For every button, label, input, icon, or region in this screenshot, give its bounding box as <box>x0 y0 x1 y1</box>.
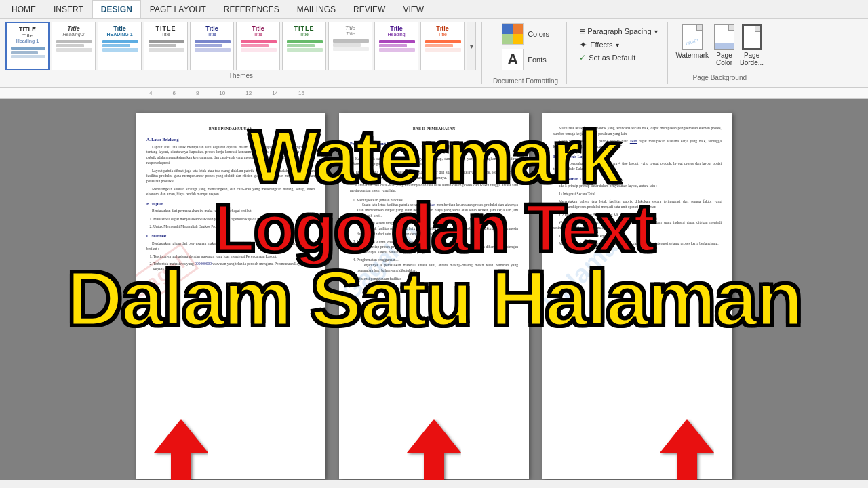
main-area: BAB I PENDAHULUAN A. Latar Belakang Layo… <box>0 99 868 480</box>
colors-swatch <box>502 23 524 45</box>
format-buttons: Colors A Fonts <box>498 22 553 72</box>
paragraph-spacing-icon: ≡ <box>579 26 585 37</box>
theme-default[interactable]: TITLE Title Heading 1 <box>5 22 50 70</box>
page-2-col1: BAB II PEMBAHASAN <box>350 126 518 137</box>
page-2-header: BAB II PEMBAHASAN <box>350 126 518 137</box>
page-1-section-c: C. Manfaat <box>146 233 315 239</box>
page-3-para-b: Setiap perusahaan dapat dibagi dalam 4 t… <box>553 161 722 171</box>
watermark-button[interactable]: DRAFT Watermark <box>676 24 709 59</box>
page-1-para1: Layout atau tata letak merupakan satu ke… <box>146 145 315 166</box>
tab-view[interactable]: VIEW <box>394 0 433 18</box>
effects-icon: ✦ <box>579 39 587 50</box>
paragraph-spacing-button[interactable]: ≡ Paragraph Spacing ▾ <box>575 24 661 38</box>
tab-references[interactable]: REFERENCES <box>215 0 288 18</box>
page-2-para3: Tata letak juga merupakan salah satu bag… <box>350 170 518 180</box>
themes-scroll-down[interactable]: ▾ <box>467 22 476 70</box>
document-formatting-label: Document Formatting <box>493 77 558 85</box>
theme-f[interactable]: TITLE Title <box>282 22 326 70</box>
colors-label: Colors <box>528 30 549 38</box>
page-3-para-12b: Waktu perpindahan bahan dari satu proses… <box>553 220 722 230</box>
page-color-button[interactable]: PageColor <box>714 24 734 66</box>
page-3: Suatu tata letak fasilitas pabrik yang t… <box>542 113 732 479</box>
ribbon-tabs: HOME INSERT DESIGN PAGE LAYOUT REFERENCE… <box>0 0 868 19</box>
watermark-icon-fold <box>696 25 702 30</box>
page-3-section-1: 1. Penyusunan Layout <box>553 176 722 182</box>
page-1-para3: Menerangkan sebuah strategi yang meneran… <box>146 187 315 197</box>
page-3-para-1: ada 5 prinsip-prinsip dasar dalam penyus… <box>553 184 722 189</box>
page-1-section-b: B. Tujuan <box>146 201 315 207</box>
page-3-para-top: Suatu tata letak fasilitas pabrik yang t… <box>553 126 722 136</box>
watermark-icon: DRAFT <box>682 24 703 50</box>
tab-page-layout[interactable]: PAGE LAYOUT <box>141 0 215 18</box>
page-1: BAB I PENDAHULUAN A. Latar Belakang Layo… <box>136 113 326 479</box>
page-borders-icon <box>742 24 762 50</box>
page-2-list: Meningkatkan jumlah produksi Suatu tata … <box>350 198 518 282</box>
ribbon-content: TITLE Title Heading 1 Title Heading 2 <box>0 19 868 87</box>
page-3-para2: Suatu tata letak fasilitas pabrik secara… <box>553 139 722 149</box>
page-borders-fold <box>755 26 760 32</box>
page-3-para-13: 1.3 Memperlancar Aliran Kerja <box>553 234 722 239</box>
page-2-para1: Meno <box>350 149 518 155</box>
colors-button[interactable]: Colors <box>498 22 553 46</box>
page-color-icon <box>714 24 734 50</box>
ribbon: HOME INSERT DESIGN PAGE LAYOUT REFERENCE… <box>0 0 868 88</box>
page-3-content: Suatu tata letak fasilitas pabrik yang t… <box>542 113 732 263</box>
themes-section: TITLE Title Heading 1 Title Heading 2 <box>5 22 482 84</box>
paragraph-spacing-dropdown[interactable]: ▾ <box>654 28 658 35</box>
paragraph-spacing-label: Paragraph Spacing <box>587 27 651 35</box>
page-3-para-11: 1) Integrasi Secara Total <box>553 192 722 197</box>
page-1-para-c: Berdasarkan tujuan dari penyusunan makal… <box>146 241 315 251</box>
page-2-para2: Karakteristik dan carai-arah yang umumny… <box>350 157 518 167</box>
page-3-para-12: 1.2 Jarak Perpindahan Bahan Paling Mi... <box>553 213 722 218</box>
tab-design[interactable]: DESIGN <box>92 0 141 18</box>
page-1-content: BAB I PENDAHULUAN A. Latar Belakang Layo… <box>136 113 326 287</box>
checkmark-icon: ✓ <box>579 53 586 62</box>
theme-a[interactable]: Title Heading 2 <box>52 22 96 70</box>
page-1-chapter: BAB I PENDAHULUAN <box>146 126 315 131</box>
page-color-fold <box>728 25 734 30</box>
page-3-para-13b: Material diusahakan bergerak terus tanpa… <box>553 241 722 247</box>
themes-gallery: TITLE Title Heading 1 Title Heading 2 <box>5 22 476 70</box>
page-2-content: BAB II PEMBAHASAN Perencanaan Layout Pra… <box>339 113 529 297</box>
theme-d[interactable]: Title Title <box>190 22 234 70</box>
page-1-list: Mahasiswa dapat menjelaskan wawasan yang… <box>146 217 315 229</box>
theme-e[interactable]: Title Title <box>236 22 280 70</box>
page-2: BAB II PEMBAHASAN Perencanaan Layout Pra… <box>339 113 529 479</box>
fonts-icon: A <box>502 49 524 70</box>
themes-section-label: Themes <box>5 72 476 79</box>
page-2-section: Perencanaan Layout Pra... <box>350 141 518 146</box>
document-formatting-section: Colors A Fonts Document Formatting <box>485 22 567 84</box>
theme-h[interactable]: Title Heading <box>374 22 418 70</box>
tab-insert[interactable]: INSERT <box>45 0 92 18</box>
effects-label: Effects <box>590 41 612 49</box>
fonts-label: Fonts <box>528 56 547 64</box>
theme-c[interactable]: TITLE Title <box>144 22 188 70</box>
tab-home[interactable]: HOME <box>3 0 45 18</box>
page-1-list-c: Terciptanya mahasiswa dengan wawasan yan… <box>146 254 315 272</box>
page-1-section-a: A. Latar Belakang <box>146 137 315 142</box>
watermark-label: Watermark <box>676 52 709 59</box>
pages-container: BAB I PENDAHULUAN A. Latar Belakang Layo… <box>0 99 868 480</box>
spacing-section: ≡ Paragraph Spacing ▾ ✦ Effects ▾ ✓ Set … <box>570 22 667 84</box>
page-3-para-11b: Menyatakan bahwa tata letak fasilitas pa… <box>553 199 722 209</box>
tab-mailings[interactable]: MAILINGS <box>288 0 344 18</box>
page-background-label: Page Background <box>676 74 764 81</box>
effects-button[interactable]: ✦ Effects ▾ <box>575 38 661 52</box>
set-default-button[interactable]: ✓ Set as Default <box>575 52 661 64</box>
fonts-button[interactable]: A Fonts <box>498 47 553 72</box>
page-1-para-b: Berdasarkan dari permasalahan ini maka t… <box>146 209 315 214</box>
theme-i[interactable]: Title Title <box>420 22 465 70</box>
theme-g[interactable]: Title Title <box>328 22 372 70</box>
ruler: 4 6 8 10 12 14 16 <box>0 88 868 99</box>
theme-b[interactable]: Title HEADING 1 <box>98 22 142 70</box>
page-2-chapter: BAB II PEMBAHASAN <box>350 126 518 131</box>
page-borders-button[interactable]: PageBorde... <box>740 24 764 66</box>
page-background-section: DRAFT Watermark PageColor <box>671 22 770 84</box>
effects-dropdown[interactable]: ▾ <box>616 41 619 49</box>
page-2-para4: Karenatkan dan carai-arah yang umumnya d… <box>350 183 518 193</box>
page-1-para2: Layout pabrik dibuat juga tata letak ata… <box>146 169 315 184</box>
page-borders-label: PageBorde... <box>740 52 764 66</box>
page-color-label: PageColor <box>716 52 732 66</box>
set-default-label: Set as Default <box>589 54 635 62</box>
tab-review[interactable]: REVIEW <box>344 0 394 18</box>
